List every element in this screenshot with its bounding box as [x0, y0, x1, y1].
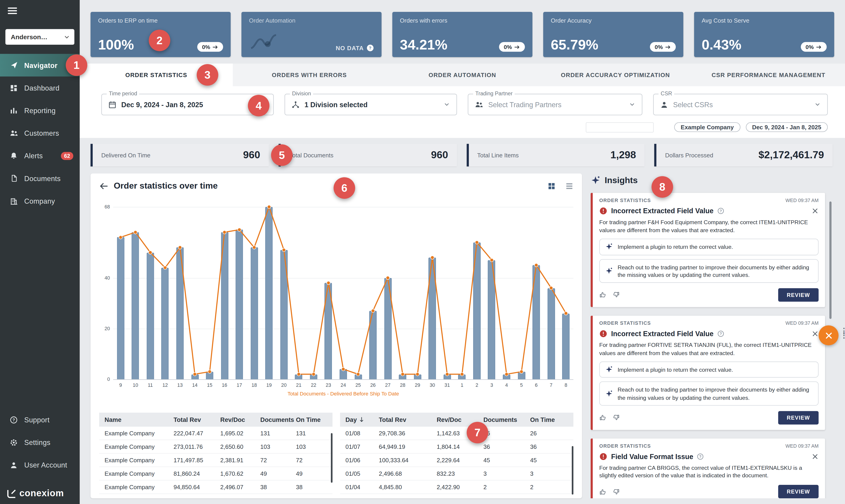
thumbs-down-icon[interactable] — [612, 291, 620, 299]
column-header-on-time[interactable]: On Time — [296, 416, 327, 423]
sidebar-item-user-account[interactable]: User Account — [0, 454, 80, 476]
table-row[interactable]: 01/0764,949.191,804.143636 — [340, 440, 574, 454]
sidebar-item-support[interactable]: ?Support — [0, 409, 80, 431]
column-header-on-time[interactable]: On Time — [530, 416, 568, 423]
x-axis-tick: 19 — [262, 382, 276, 388]
table-row[interactable]: Example Company94,850.642,496.073838 — [99, 481, 332, 494]
x-axis-tick: 7 — [544, 382, 558, 388]
stat-dollars-processed: Dollars Processed$2,172,461.79 — [654, 144, 832, 166]
thumbs-down-icon[interactable] — [612, 414, 620, 421]
tab-order-automation[interactable]: ORDER AUTOMATION — [386, 64, 539, 86]
insight-title: Incorrect Extracted Field Value — [611, 329, 714, 338]
sidebar-item-customers[interactable]: Customers — [0, 122, 80, 144]
table-row[interactable]: 01/0829,708.361,142.632626 — [340, 427, 574, 440]
sidebar-item-label: User Account — [24, 461, 67, 469]
table-row[interactable]: Example Company222,047.471,695.02131131 — [99, 427, 332, 440]
scrollbar[interactable] — [572, 446, 573, 494]
table-cell: 1,804.14 — [437, 443, 483, 450]
close-icon[interactable] — [812, 330, 819, 337]
sidebar-item-alerts[interactable]: Alerts62 — [0, 144, 80, 167]
table-row[interactable]: Example Company273,011.762,650.60103103 — [99, 440, 332, 454]
grid-view-button[interactable] — [547, 182, 556, 190]
x-axis-tick: 15 — [202, 382, 217, 388]
kpi-trend-badge[interactable]: 0% — [197, 42, 223, 52]
table-row[interactable]: 01/044,845.802,422.9022 — [340, 481, 574, 494]
kpi-trend-badge[interactable]: 0% — [650, 42, 676, 52]
thumbs-up-icon[interactable] — [599, 488, 607, 495]
scrollbar[interactable] — [331, 433, 332, 483]
tab-orders-with-errors[interactable]: ORDERS WITH ERRORS — [233, 64, 386, 86]
y-axis-tick: 20 — [105, 326, 110, 331]
review-button[interactable]: REVIEW — [778, 411, 819, 425]
filter-chip-dec-9-2024-jan-8-2025[interactable]: Dec 9, 2024 - Jan 8, 2025 — [745, 122, 828, 132]
table-cell: Example Company — [105, 470, 173, 476]
sidebar-item-label: Reporting — [24, 107, 55, 114]
chevron-down-icon — [629, 101, 635, 108]
support-icon: ? — [9, 415, 18, 424]
thumbs-up-icon[interactable] — [599, 291, 607, 299]
back-arrow-icon[interactable] — [99, 181, 108, 191]
sidebar-item-reporting[interactable]: Reporting — [0, 99, 80, 122]
alert-icon — [599, 452, 607, 461]
x-axis-tick: 21 — [291, 382, 306, 388]
suggestion: Implement a plugin to return the correct… — [599, 239, 819, 255]
table-row[interactable]: 01/052,496.68832.2333 — [340, 467, 574, 481]
menu-icon[interactable] — [7, 5, 19, 17]
close-icon[interactable] — [812, 453, 819, 460]
tab-csr-performance-management[interactable]: CSR PERFORMANCE MANAGEMENT — [692, 64, 845, 86]
suggestion-text: Reach out to the trading partner to impr… — [617, 263, 813, 278]
kpi-title: Orders with errors — [400, 17, 525, 24]
review-button[interactable]: REVIEW — [778, 288, 819, 302]
column-header-total-rev[interactable]: Total Rev — [174, 416, 220, 423]
tab-order-accuracy-optimization[interactable]: ORDER ACCURACY OPTIMIZATION — [539, 64, 692, 86]
kpi-card-order-automation[interactable]: Order AutomationNO DATA ? — [241, 12, 381, 57]
x-axis-tick: 5 — [514, 382, 529, 388]
list-view-button[interactable] — [565, 182, 573, 190]
kpi-card-order-accuracy[interactable]: Order Accuracy65.79%0% — [543, 12, 683, 57]
kpi-trend-badge[interactable]: 0% — [499, 42, 525, 52]
table-cell: 01/07 — [345, 443, 379, 450]
svg-text:?: ? — [13, 418, 15, 422]
division-filter[interactable]: Division 1 Division selected — [285, 94, 457, 115]
user-icon — [9, 461, 18, 469]
thumbs-up-icon[interactable] — [599, 414, 607, 421]
table-cell: 3 — [483, 470, 530, 476]
close-icon[interactable] — [812, 207, 819, 214]
column-header-documents[interactable]: Documents — [260, 416, 296, 423]
sidebar-item-company[interactable]: Company — [0, 190, 80, 212]
column-header-name[interactable]: Name — [105, 416, 173, 423]
quick-filter-box[interactable] — [586, 122, 654, 132]
navigator-icon — [9, 61, 18, 70]
company-select[interactable]: Anderson… — [5, 29, 74, 45]
sparkle-icon — [591, 176, 600, 185]
x-axis-tick: 26 — [365, 382, 380, 388]
thumbs-down-icon[interactable] — [612, 488, 620, 495]
filter-chip-example-company[interactable]: Example Company — [674, 122, 740, 132]
x-axis-tick: 2 — [469, 382, 484, 388]
column-header-day[interactable]: Day — [345, 416, 379, 423]
kpi-title: Order Automation — [249, 17, 374, 24]
drag-handle-icon[interactable]: ⋮⋮ — [840, 329, 845, 337]
sparkle-icon — [605, 267, 613, 274]
csr-filter[interactable]: CSR Select CSRs — [653, 94, 828, 115]
review-button[interactable]: REVIEW — [778, 485, 819, 498]
table-cell: 38 — [260, 484, 296, 490]
sidebar-item-dashboard[interactable]: Dashboard — [0, 76, 80, 99]
insight-body: For trading partner CA BRIGGS, the corre… — [599, 464, 819, 479]
table-row[interactable]: Example Company81,860.241,670.624949 — [99, 467, 332, 481]
table-row[interactable]: 01/06100,333.642,229.644545 — [340, 454, 574, 467]
kpi-card-orders-with-errors[interactable]: Orders with errors34.21%0% — [392, 12, 533, 57]
column-header-rev-doc[interactable]: Rev/Doc — [220, 416, 260, 423]
sidebar-item-settings[interactable]: Settings — [0, 431, 80, 454]
kpi-trend-badge[interactable]: 0% — [801, 42, 827, 52]
x-axis-tick: 13 — [173, 382, 187, 388]
column-header-documents[interactable]: Documents — [483, 416, 530, 423]
kpi-card-avg-cost-to-serve[interactable]: Avg Cost to Serve0.43%0% — [694, 12, 834, 57]
column-header-total-rev[interactable]: Total Rev — [379, 416, 437, 423]
table-row[interactable]: Example Company171,497.852,381.917272 — [99, 454, 332, 467]
sidebar-item-documents[interactable]: Documents — [0, 167, 80, 190]
close-insights-button[interactable] — [819, 325, 839, 345]
trading-partner-filter[interactable]: Trading Partner Select Trading Partners — [468, 94, 642, 115]
table-cell: 2,229.64 — [437, 457, 483, 463]
scrollbar[interactable] — [829, 201, 831, 319]
